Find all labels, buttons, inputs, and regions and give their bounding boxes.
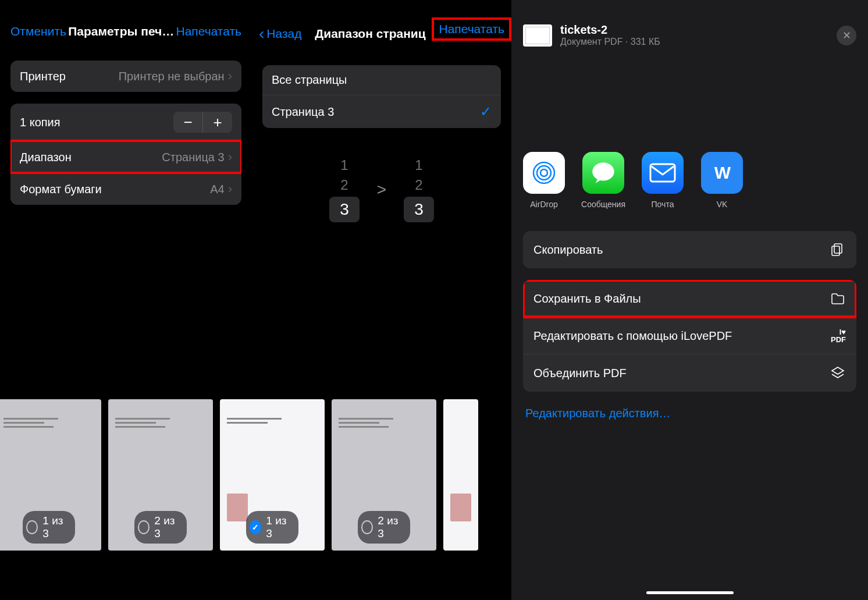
share-app-mail[interactable]: Почта [642,152,684,209]
edit-ilovepdf-action[interactable]: Редактировать с помощью iLovePDF I♥PDF [523,317,856,354]
share-app-airdrop[interactable]: AirDrop [523,152,565,209]
picker-from-column[interactable]: 1 2 3 [329,157,360,222]
chevron-right-icon: › [228,69,232,84]
picker-option[interactable]: 1 [340,157,348,173]
checkmark-icon: ✓ [480,104,492,120]
page-title: Параметры печ… [66,24,176,38]
ilovepdf-icon: I♥PDF [831,328,846,343]
thumb-label: 1 из 3 [266,514,290,540]
app-label: Сообщения [581,200,625,209]
all-pages-label: Все страницы [272,73,347,87]
print-button[interactable]: Напечатать [439,22,504,35]
chevron-right-icon: › [228,182,232,197]
vk-icon: W [701,152,743,194]
airdrop-icon [523,152,565,194]
copy-action[interactable]: Скопировать [523,231,856,268]
chevron-right-icon: › [228,150,232,165]
svg-rect-4 [650,164,675,182]
paper-label: Формат бумаги [20,183,102,196]
file-meta: Документ PDF · 331 КБ [560,37,828,47]
copy-icon [830,242,846,258]
picker-option[interactable]: 1 [415,157,422,173]
app-label: AirDrop [530,200,557,209]
file-thumbnail-icon [523,24,552,47]
layers-icon [830,365,846,381]
svg-rect-5 [834,244,842,253]
page-range-picker[interactable]: 1 2 3 > 1 2 3 [252,157,511,222]
close-button[interactable]: ✕ [837,26,856,45]
picker-to-column[interactable]: 1 2 3 [404,157,434,222]
share-app-vk[interactable]: W VK [701,152,743,209]
picker-option[interactable]: 2 [415,177,422,193]
printer-label: Принтер [20,70,66,83]
share-sheet-panel: tickets-2 Документ PDF · 331 КБ ✕ AirDro… [511,0,868,600]
action-label: Сохранить в Файлы [533,292,641,306]
range-label: Диапазон [20,151,72,164]
svg-rect-6 [832,246,839,255]
file-name: tickets-2 [560,23,828,37]
thumb-radio[interactable] [26,520,38,534]
action-label: Объединить PDF [533,367,627,380]
svg-point-3 [592,162,614,180]
thumb-radio[interactable] [361,520,373,534]
thumb-label: 2 из 3 [378,514,402,540]
all-pages-row[interactable]: Все страницы [262,65,501,95]
app-label: VK [717,200,728,209]
svg-point-1 [537,166,551,180]
page-thumbnail[interactable]: 1 из 3 [0,399,101,551]
folder-icon [830,290,846,307]
copies-stepper[interactable]: − + [173,112,232,133]
print-button[interactable]: Напечатать [176,24,241,38]
merge-pdf-action[interactable]: Объединить PDF [523,354,856,392]
svg-point-0 [540,169,547,176]
picker-selected-from[interactable]: 3 [329,197,360,222]
thumb-radio-checked[interactable]: ✓ [250,520,261,534]
share-app-messages[interactable]: Сообщения [582,152,624,209]
picker-option[interactable]: 2 [340,177,348,193]
stepper-minus[interactable]: − [173,112,202,133]
action-label: Редактировать с помощью iLovePDF [533,329,732,343]
home-indicator [646,591,734,594]
page-thumbnails: 1 из 3 2 из 3 ✓1 из 3 2 из 3 [0,399,512,553]
thumb-label: 1 из 3 [42,514,67,540]
page-title: Диапазон страниц [302,27,439,41]
save-to-files-action[interactable]: Сохранить в Файлы [523,280,856,317]
edit-actions-link[interactable]: Редактировать действия… [511,396,868,431]
page-3-row[interactable]: Страница 3 ✓ [262,95,501,128]
range-value: Страница 3 [162,151,224,164]
printer-row[interactable]: Принтер Принтер не выбран › [10,61,241,92]
chevron-left-icon: ‹ [259,24,264,43]
close-icon: ✕ [842,29,851,42]
page-thumbnail[interactable]: 2 из 3 [332,399,436,551]
mail-icon [642,152,684,194]
share-apps-row: AirDrop Сообщения Почта W VK [511,59,868,221]
cancel-button[interactable]: Отменить [10,24,66,38]
page-3-label: Страница 3 [272,105,334,119]
thumb-label: 2 из 3 [154,514,179,540]
thumb-radio[interactable] [138,520,150,534]
app-label: Почта [652,200,674,209]
back-button[interactable]: ‹ Назад [259,24,302,43]
paper-value: A4 [210,183,224,196]
copies-row: 1 копия − + [10,104,241,141]
page-thumbnail[interactable]: ✓1 из 3 [220,399,325,551]
picker-selected-to[interactable]: 3 [404,197,434,222]
action-label: Скопировать [533,243,603,257]
messages-icon [582,152,624,194]
paper-row[interactable]: Формат бумаги A4 › [10,173,241,205]
printer-value: Принтер не выбран [119,70,225,83]
page-thumbnail[interactable] [443,399,478,551]
range-row[interactable]: Диапазон Страница 3 › [10,141,241,173]
page-thumbnail[interactable]: 2 из 3 [108,399,213,551]
copies-label: 1 копия [20,116,61,129]
picker-arrow: > [377,180,386,199]
stepper-plus[interactable]: + [203,112,232,133]
